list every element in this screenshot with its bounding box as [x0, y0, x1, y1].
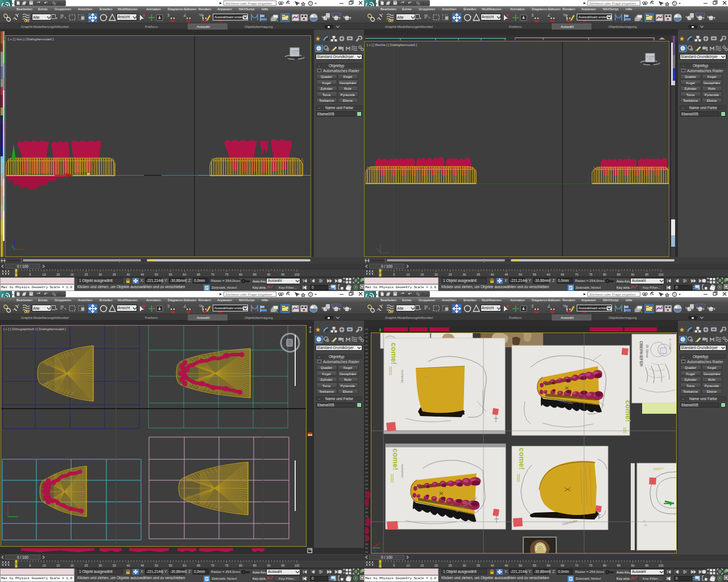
svg-text:∠: ∠	[547, 13, 551, 17]
svg-text:come!: come!	[624, 400, 632, 422]
svg-text:∠: ∠	[183, 304, 187, 308]
svg-text:3: 3	[531, 13, 533, 17]
svg-text:VORNE: VORNE	[647, 55, 655, 58]
svg-text:OBERKIEFER: OBERKIEFER	[639, 341, 643, 367]
svg-text:3: 3	[531, 304, 533, 308]
svg-text:{: {	[566, 14, 568, 20]
svg-text:?: ?	[309, 2, 312, 6]
svg-text:?: ?	[309, 293, 312, 297]
svg-text:come!: come!	[390, 343, 398, 364]
svg-text:?: ?	[673, 293, 676, 297]
svg-text:3: 3	[167, 13, 169, 17]
svg-text:N - 6 Schn.: N - 6 Schn.	[669, 339, 672, 350]
svg-text:∠: ∠	[183, 13, 187, 17]
svg-text:VORNE: VORNE	[291, 49, 300, 52]
svg-text:Unterkiefer: Unterkiefer	[400, 464, 404, 478]
svg-text:{: {	[202, 14, 204, 20]
svg-text:Oberkiefer: Oberkiefer	[400, 369, 404, 383]
svg-text:come!: come!	[518, 448, 526, 469]
svg-text:?: ?	[673, 2, 676, 6]
svg-text:come!: come!	[391, 448, 400, 470]
svg-text:{: {	[202, 305, 204, 311]
svg-text:20 Zähne: 20 Zähne	[646, 344, 649, 357]
svg-text:3: 3	[167, 304, 169, 308]
svg-text:∠: ∠	[547, 304, 551, 308]
svg-text:{: {	[566, 305, 568, 311]
